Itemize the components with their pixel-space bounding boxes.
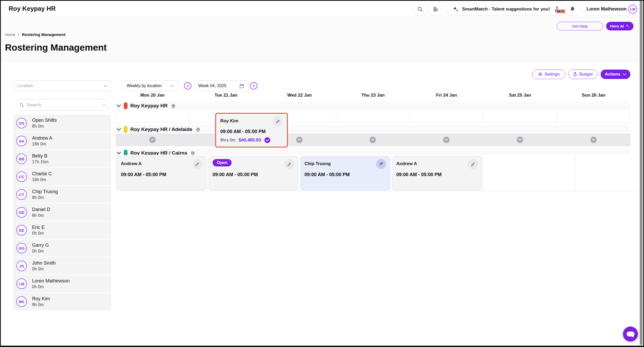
settings-button[interactable]: ⚙ Settings <box>532 70 565 79</box>
roster-cell[interactable] <box>336 134 410 146</box>
roster-cell[interactable] <box>336 110 410 123</box>
roster-cell[interactable] <box>483 155 575 192</box>
roster-cell[interactable] <box>116 110 189 123</box>
avatar: LM <box>16 278 27 289</box>
shift-card[interactable]: Andrew A09:00 AM - 05:00 PM <box>117 156 206 191</box>
employee-name: Loren Mathewson <box>32 278 70 284</box>
shift-card[interactable]: Chip Truong09:00 AM - 05:00 PM <box>300 156 390 191</box>
shift-card-bottom <box>396 180 478 187</box>
shift-card[interactable]: Open09:00 AM - 05:00 PM <box>209 156 298 191</box>
scrollbar-thumb[interactable] <box>640 1 642 345</box>
unavailable-icon <box>590 137 597 143</box>
chevron-down-icon[interactable] <box>117 128 121 131</box>
employee-name: Roy Kim <box>32 296 50 302</box>
location-group-header[interactable]: Roy Keypay HR <box>116 102 630 110</box>
day-header-row: Mon 20 JanTue 21 JanWed 22 JanThu 23 Jan… <box>116 93 630 98</box>
shift-employee-name: Roy Kim <box>220 116 238 124</box>
employee-text: Andrew A16h 0m <box>32 135 52 147</box>
employee-row-eric-e[interactable]: EEEric E0h 0m <box>13 222 111 239</box>
breadcrumb: Home / Rostering Management <box>5 32 65 37</box>
roster-cell[interactable] <box>483 110 557 123</box>
unavailable-icon <box>443 137 449 143</box>
employee-text: Loren Mathewson0h 0m <box>32 278 70 290</box>
employee-row-john-smith[interactable]: JSJohn Smith0h 0m <box>13 257 111 275</box>
employee-hours: 8h 0m <box>32 302 50 308</box>
hero-ai-button[interactable]: Hero AI <box>606 22 633 30</box>
roster-cell[interactable] <box>557 134 630 146</box>
organisation-button[interactable] <box>429 3 442 15</box>
week-picker[interactable]: Week 04, 2025 <box>194 80 248 91</box>
chat-launcher-button[interactable] <box>623 327 638 341</box>
employee-row-daniel-d[interactable]: DDDaniel D8h 0m <box>13 204 111 221</box>
avatar: EE <box>16 225 27 235</box>
budget-button[interactable]: $ Budget <box>568 70 597 79</box>
employee-row-andrew-a[interactable]: AAAndrew A16h 0m <box>13 132 111 150</box>
roster-cell[interactable] <box>575 155 644 192</box>
employee-row-open-shifts[interactable]: OSOpen Shifts8h 0m <box>13 114 111 132</box>
breadcrumb-home[interactable]: Home <box>5 32 16 37</box>
publish-shift-button[interactable] <box>376 159 386 169</box>
roster-cell[interactable]: Andrew A09:00 AM - 05:00 PM <box>116 155 208 192</box>
edit-shift-button[interactable] <box>468 159 478 169</box>
budget-label: Budget <box>579 72 593 77</box>
edit-shift-button[interactable] <box>273 116 283 126</box>
search-button[interactable] <box>414 3 426 15</box>
location-group: Roy Keypay HR <box>116 102 630 123</box>
user-avatar: LM <box>628 5 637 14</box>
shift-employee-name: Chip Truong <box>304 159 331 166</box>
employee-row-garry-g[interactable]: GGGarry G0h 0m <box>13 239 111 257</box>
edit-shift-button[interactable] <box>284 159 294 169</box>
view-mode-select[interactable]: Weekly by location <box>123 80 177 91</box>
notifications-button[interactable] <box>566 3 579 15</box>
avatar: GG <box>16 243 27 253</box>
roster-cell[interactable]: Chip Truong09:00 AM - 05:00 PM <box>299 155 391 192</box>
settings-label: Settings <box>544 72 560 77</box>
day-header-sat: Sat 25 Jan <box>483 93 557 98</box>
next-week-button[interactable] <box>250 82 257 90</box>
unavailable-icon <box>517 137 523 143</box>
location-select[interactable]: Location <box>13 80 111 91</box>
employee-row-loren-mathewson[interactable]: LMLoren Mathewson0h 0m <box>13 275 111 292</box>
search-input[interactable] <box>27 102 100 108</box>
view-mode-value: Weekly by location <box>127 83 162 88</box>
smartmatch-banner[interactable]: SmartMatch - Talent suggestions for you! <box>446 3 556 15</box>
chevron-down-icon[interactable] <box>117 152 121 155</box>
verified-check-icon <box>264 137 270 143</box>
labs-button[interactable]: BETA <box>550 3 564 15</box>
employee-row-charlie-c[interactable]: CCCharlie C16h 0m <box>13 168 111 185</box>
rostering-page: Roy Keypay HR SmartMatch - Talent sugges… <box>0 0 644 347</box>
page-scrollbar[interactable] <box>639 1 643 346</box>
location-group-header[interactable]: Roy Keypay HR / Adelaide <box>116 125 630 134</box>
roster-cell[interactable] <box>410 110 483 123</box>
employee-name: Charlie C <box>32 171 52 177</box>
previous-week-button[interactable] <box>184 82 191 90</box>
employee-text: Roy Kim8h 0m <box>32 296 50 308</box>
employee-name: John Smith <box>32 260 56 266</box>
search-icon <box>417 6 423 12</box>
location-pin-icon <box>171 103 176 109</box>
employee-row-chip-truong[interactable]: CTChip Truong8h 0m <box>13 186 111 203</box>
pencil-icon <box>287 162 292 166</box>
roster-cell[interactable] <box>116 134 189 146</box>
roster-row <box>116 110 630 123</box>
user-menu[interactable]: Loren Mathewson LM <box>582 3 639 15</box>
employee-row-roy-kim[interactable]: RKRoy Kim8h 0m <box>13 293 111 310</box>
chevron-down-icon[interactable] <box>117 104 121 107</box>
get-help-button[interactable]: Get Help <box>557 22 603 30</box>
roster-cell[interactable] <box>557 110 630 123</box>
highlighted-shift-card[interactable]: Roy Kim 09:00 AM - 05:00 PM 8hrs 0m $40,… <box>215 113 288 148</box>
shift-time: 09:00 AM - 05:00 PM <box>121 172 202 177</box>
edit-shift-button[interactable] <box>192 159 202 169</box>
shift-card[interactable]: Andrew A09:00 AM - 05:00 PM <box>392 156 482 191</box>
employee-name: Garry G <box>32 242 49 248</box>
roster-cell[interactable] <box>483 134 557 146</box>
shift-employee-name: Andrew A <box>121 159 142 166</box>
avatar: BB <box>16 154 27 164</box>
actions-button[interactable]: Actions <box>601 70 630 79</box>
employee-search[interactable] <box>16 99 109 111</box>
shift-duration: 8hrs 0m <box>220 138 236 143</box>
roster-cell[interactable]: Andrew A09:00 AM - 05:00 PM <box>391 155 483 192</box>
roster-cell[interactable]: Open09:00 AM - 05:00 PM <box>208 155 300 192</box>
employee-row-betty-b[interactable]: BBBetty B17h 15m <box>13 150 111 167</box>
roster-cell[interactable] <box>410 134 483 146</box>
